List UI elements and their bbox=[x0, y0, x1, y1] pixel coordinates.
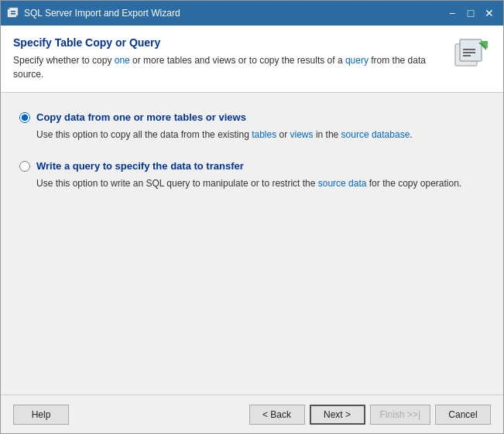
content-area: Copy data from one or more tables or vie… bbox=[1, 93, 503, 395]
footer: Help < Back Next > Finish >>| Cancel bbox=[1, 395, 503, 433]
tables-link: tables bbox=[252, 129, 276, 140]
svg-rect-3 bbox=[11, 13, 15, 15]
header-section: Specify Table Copy or Query Specify whet… bbox=[1, 26, 503, 93]
close-button[interactable]: ✕ bbox=[482, 5, 497, 21]
option-query-group: Write a query to specify the data to tra… bbox=[19, 160, 485, 190]
svg-rect-6 bbox=[463, 49, 475, 50]
svg-rect-7 bbox=[463, 52, 475, 53]
footer-right: < Back Next > Finish >>| Cancel bbox=[249, 405, 491, 425]
minimize-button[interactable]: − bbox=[444, 5, 460, 21]
wizard-window: SQL Server Import and Export Wizard − □ … bbox=[0, 0, 504, 434]
next-button[interactable]: Next > bbox=[310, 405, 365, 425]
app-icon bbox=[7, 7, 19, 19]
finish-button: Finish >>| bbox=[370, 405, 430, 425]
svg-rect-8 bbox=[463, 55, 471, 56]
source-db-link: source database bbox=[341, 129, 410, 140]
header-desc-link2: query bbox=[345, 55, 369, 66]
header-desc-part1: Specify whether to copy bbox=[13, 55, 115, 66]
option-query-radio[interactable] bbox=[19, 161, 30, 172]
header-text: Specify Table Copy or Query Specify whet… bbox=[13, 36, 444, 81]
svg-rect-2 bbox=[11, 11, 15, 12]
maximize-button[interactable]: □ bbox=[463, 5, 478, 21]
option-copy-row: Copy data from one or more tables or vie… bbox=[19, 111, 485, 123]
option-copy-radio[interactable] bbox=[19, 112, 30, 123]
header-desc-link1: one bbox=[115, 55, 130, 66]
back-button[interactable]: < Back bbox=[249, 405, 305, 425]
header-description: Specify whether to copy one or more tabl… bbox=[13, 53, 444, 81]
title-bar: SQL Server Import and Export Wizard − □ … bbox=[1, 1, 503, 26]
views-link: views bbox=[290, 129, 314, 140]
cancel-button[interactable]: Cancel bbox=[435, 405, 491, 425]
option-query-title[interactable]: Write a query to specify the data to tra… bbox=[36, 160, 244, 172]
option-copy-description: Use this option to copy all the data fro… bbox=[36, 128, 485, 142]
footer-left: Help bbox=[13, 405, 69, 425]
title-bar-controls: − □ ✕ bbox=[444, 5, 497, 21]
option-query-row: Write a query to specify the data to tra… bbox=[19, 160, 485, 172]
help-button[interactable]: Help bbox=[13, 405, 69, 425]
source-data-link: source data bbox=[318, 178, 367, 189]
option-copy-title[interactable]: Copy data from one or more tables or vie… bbox=[36, 111, 246, 123]
option-copy-group: Copy data from one or more tables or vie… bbox=[19, 111, 485, 142]
option-query-description: Use this option to write an SQL query to… bbox=[36, 176, 485, 190]
header-desc-part2: or more tables and views or to copy the … bbox=[130, 55, 345, 66]
header-title: Specify Table Copy or Query bbox=[13, 36, 444, 49]
wizard-icon bbox=[454, 36, 491, 73]
title-bar-text: SQL Server Import and Export Wizard bbox=[24, 8, 444, 19]
